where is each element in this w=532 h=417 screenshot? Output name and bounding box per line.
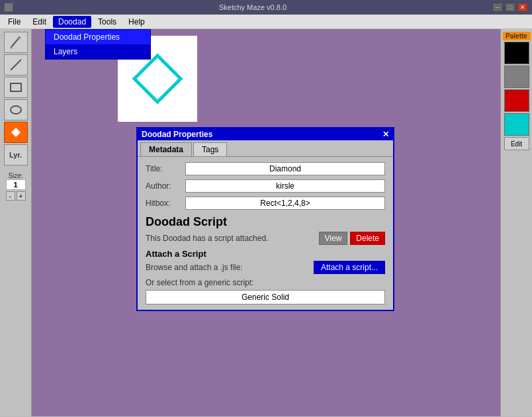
size-increase-btn[interactable]: + xyxy=(17,191,26,201)
dialog-content: Title: Diamond Author: kirsle Hitbox: Re… xyxy=(138,157,393,310)
svg-marker-7 xyxy=(134,56,181,102)
doodad-properties-dialog: Doodad Properties ✕ Metadata Tags Title:… xyxy=(136,127,394,311)
ellipse-tool-btn[interactable] xyxy=(4,99,28,120)
title-field-row: Title: Diamond xyxy=(146,162,385,175)
palette-label: Palette xyxy=(503,32,531,40)
left-toolbar: Lyr. Size: 1 - + xyxy=(0,29,32,416)
rect-tool-btn[interactable] xyxy=(4,77,28,98)
delete-script-btn[interactable]: Delete xyxy=(350,232,385,245)
svg-rect-4 xyxy=(11,83,21,91)
menu-doodad-properties[interactable]: Doodad Properties xyxy=(46,30,150,44)
menu-bar: File Edit Doodad Tools Help Doodad Prope… xyxy=(0,15,532,29)
pencil-tool-btn[interactable] xyxy=(4,32,28,53)
layers-tool-label: Lyr. xyxy=(9,151,22,159)
attach-script-btn[interactable]: Attach a script... xyxy=(314,261,385,274)
generic-script-select[interactable]: Generic Solid xyxy=(146,290,385,304)
author-field-label: Author: xyxy=(146,181,185,191)
view-script-btn[interactable]: View xyxy=(319,232,348,245)
right-palette: Palette Edit xyxy=(500,29,532,416)
hitbox-field-label: Hitbox: xyxy=(146,199,185,208)
title-bar: Sketchy Maze v0.8.0 ─ □ ✕ xyxy=(0,0,532,15)
attach-browse-row: Browse and attach a .js file: Attach a s… xyxy=(146,261,385,274)
layers-tool-btn[interactable]: Lyr. xyxy=(4,144,28,165)
size-value: 1 xyxy=(6,179,26,190)
svg-marker-6 xyxy=(11,128,21,137)
menu-edit[interactable]: Edit xyxy=(27,16,52,28)
minimize-button[interactable]: ─ xyxy=(492,3,503,12)
color-gray[interactable] xyxy=(504,66,529,88)
title-field-input[interactable]: Diamond xyxy=(185,162,385,175)
svg-point-5 xyxy=(11,106,21,114)
script-attached-text: This Doodad has a script attached. xyxy=(146,234,268,243)
window-controls: ─ □ ✕ xyxy=(492,3,528,12)
menu-file[interactable]: File xyxy=(3,16,26,28)
select-generic-label: Or select from a generic script: xyxy=(146,278,385,287)
size-label: Size: xyxy=(8,172,22,179)
menu-doodad[interactable]: Doodad xyxy=(53,16,91,28)
dialog-close-btn[interactable]: ✕ xyxy=(382,130,389,139)
main-layout: Lyr. Size: 1 - + Doodad Properties ✕ M xyxy=(0,29,532,416)
menu-help[interactable]: Help xyxy=(123,16,150,28)
svg-line-0 xyxy=(11,38,19,47)
menu-layers[interactable]: Layers xyxy=(46,44,150,59)
title-field-label: Title: xyxy=(146,164,185,173)
author-field-input[interactable]: kirsle xyxy=(185,179,385,193)
restore-button[interactable]: □ xyxy=(505,3,515,12)
line-tool-btn[interactable] xyxy=(4,54,28,75)
dialog-tabs: Metadata Tags xyxy=(138,140,393,157)
doodad-dropdown: Doodad Properties Layers xyxy=(45,29,151,60)
tab-tags[interactable]: Tags xyxy=(193,142,227,156)
svg-marker-1 xyxy=(10,47,13,48)
hitbox-field-input[interactable]: Rect<1,2,4,8> xyxy=(185,197,385,210)
palette-edit-btn[interactable]: Edit xyxy=(504,137,529,150)
dialog-title: Doodad Properties xyxy=(142,130,212,139)
script-info-row: This Doodad has a script attached. View … xyxy=(146,232,385,245)
menu-tools[interactable]: Tools xyxy=(93,16,122,28)
eraser-tool-btn[interactable] xyxy=(4,122,28,143)
tab-metadata[interactable]: Metadata xyxy=(140,142,192,156)
canvas-area[interactable]: Doodad Properties ✕ Metadata Tags Title:… xyxy=(32,29,500,416)
color-red[interactable] xyxy=(504,89,529,112)
browse-label: Browse and attach a .js file: xyxy=(146,263,243,272)
svg-line-3 xyxy=(11,60,21,70)
author-field-row: Author: kirsle xyxy=(146,179,385,193)
color-black[interactable] xyxy=(504,42,529,64)
close-button[interactable]: ✕ xyxy=(517,3,528,12)
attach-section-title: Attach a Script xyxy=(146,249,385,259)
hitbox-field-row: Hitbox: Rect<1,2,4,8> xyxy=(146,197,385,210)
color-cyan[interactable] xyxy=(504,113,529,136)
dialog-title-bar[interactable]: Doodad Properties ✕ xyxy=(138,128,393,140)
script-section-title: Doodad Script xyxy=(146,215,385,229)
window-title: Sketchy Maze v0.8.0 xyxy=(13,3,492,11)
size-decrease-btn[interactable]: - xyxy=(6,191,15,201)
app-icon xyxy=(4,3,13,12)
